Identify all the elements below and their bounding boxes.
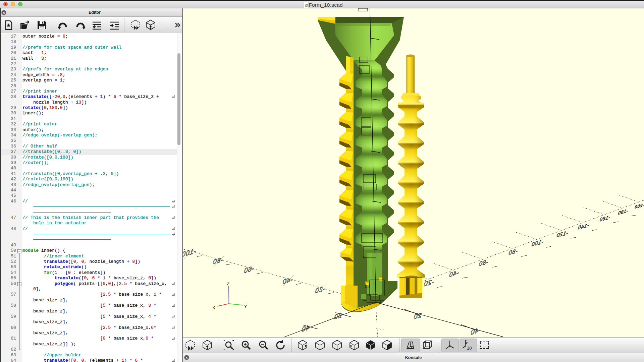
svg-text:Y: Y	[244, 304, 247, 309]
svg-text:Z: Z	[227, 281, 230, 286]
svg-text:10: 10	[467, 346, 472, 351]
svg-text:x: x	[213, 305, 215, 310]
